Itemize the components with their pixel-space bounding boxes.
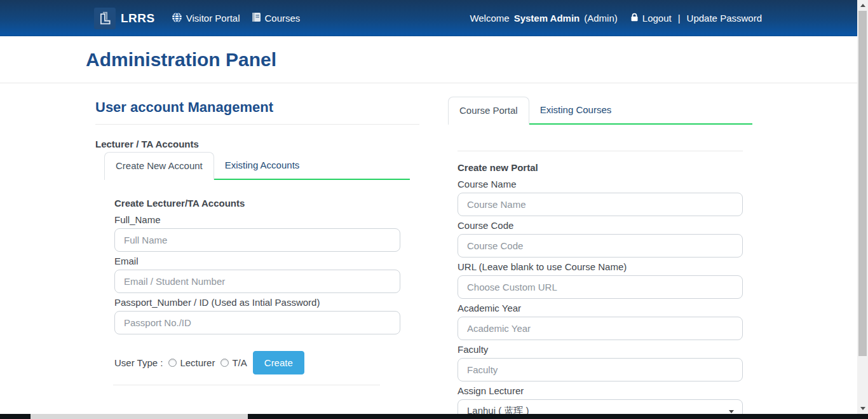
email-label: Email [114,256,400,266]
full-name-input[interactable] [114,228,400,252]
tab-course-portal[interactable]: Course Portal [448,97,529,125]
user-role: (Admin) [584,13,618,24]
course-code-label: Course Code [458,220,743,231]
tab-create-new-account[interactable]: Create New Account [104,152,214,180]
course-name-input[interactable] [458,193,743,216]
academic-year-label: Academic Year [458,303,743,313]
radio-ta[interactable] [220,359,229,367]
lecturer-ta-accounts-heading: Lecturer / TA Accounts [95,139,419,149]
create-account-form-heading: Create Lecturer/TA Accounts [114,198,400,209]
course-portal-section: Course Portal Existing Courses Create ne… [448,83,753,419]
passport-field-group: Passport_Number / ID (Used as Intial Pas… [114,297,400,334]
tab-existing-courses[interactable]: Existing Courses [529,97,623,125]
logout-link[interactable]: Logout [630,13,672,24]
faculty-label: Faculty [458,344,743,355]
passport-input[interactable] [114,311,400,334]
logout-label: Logout [642,13,672,24]
left-title-divider [95,124,419,125]
faculty-field-group: Faculty [458,344,743,381]
bottom-edge-bar [0,414,868,419]
page-title: Administration Panel [86,48,857,71]
passport-label: Passport_Number / ID (Used as Intial Pas… [114,297,400,308]
nav-courses-label: Courses [265,13,301,24]
nav-separator: | [678,13,681,24]
chevron-down-icon [729,410,734,413]
user-type-row: User Type : Lecturer T/A Create [114,351,400,374]
faculty-input[interactable] [458,358,743,381]
course-tabs: Course Portal Existing Courses [448,97,752,125]
user-account-management-section: User account Management Lecturer / TA Ac… [95,83,419,385]
custom-url-field-group: URL (Leave blank to use Course Name) [458,261,743,299]
email-field-group: Email [114,256,400,293]
nav-visitor-portal[interactable]: Visitor Portal [172,12,240,25]
left-bottom-divider [113,385,380,385]
navbar-right-group: Welcome System Admin (Admin) Logout | Up… [470,13,762,24]
nav-visitor-portal-label: Visitor Portal [186,13,240,24]
scrollbar-up-arrow-icon[interactable] [857,0,868,11]
welcome-text: Welcome System Admin (Admin) [470,13,617,24]
browser-viewport: LRRS Visitor Portal [0,0,868,419]
update-password-link[interactable]: Update Password [687,13,762,24]
scrollbar-thumb[interactable] [858,11,867,356]
full-name-field-group: Full_Name [114,214,400,252]
assign-lecturer-label: Assign Lecturer [458,385,743,396]
nav-courses[interactable]: Courses [252,12,301,24]
bottom-edge-bar-segment [31,414,248,419]
academic-year-input[interactable] [458,317,743,340]
left-section-title: User account Management [95,99,419,116]
create-account-button[interactable]: Create [253,351,304,374]
welcome-prefix: Welcome [470,13,509,24]
page-header: Administration Panel [0,36,857,83]
full-name-label: Full_Name [114,214,400,225]
book-icon [252,12,261,24]
right-top-divider [458,151,743,151]
vertical-scrollbar[interactable] [857,0,868,419]
navbar-left-group: LRRS Visitor Portal [94,8,311,29]
brand-link[interactable]: LRRS [94,8,155,29]
radio-lecturer[interactable] [168,359,177,367]
user-type-label: User Type : [114,357,163,368]
create-portal-form: Create new Portal Course Name Course Cod… [458,162,743,419]
globe-icon [172,12,182,25]
course-code-input[interactable] [458,234,743,258]
brand-label: LRRS [121,11,155,25]
course-name-field-group: Course Name [458,179,743,216]
custom-url-input[interactable] [458,275,743,299]
radio-ta-label: T/A [232,357,247,368]
radio-lecturer-label: Lecturer [180,357,215,368]
account-tabs: Create New Account Existing Accounts [104,152,410,180]
create-account-form: Create Lecturer/TA Accounts Full_Name Em… [114,198,400,374]
user-name: System Admin [514,13,580,24]
update-password-label: Update Password [687,13,762,24]
lock-icon [630,13,639,24]
top-navbar: LRRS Visitor Portal [0,0,857,36]
tab-existing-accounts[interactable]: Existing Accounts [214,152,311,180]
custom-url-label: URL (Leave blank to use Course Name) [458,261,743,272]
create-portal-heading: Create new Portal [458,162,743,173]
scrollbar-down-arrow-icon[interactable] [857,403,868,414]
course-name-label: Course Name [458,179,743,189]
course-code-field-group: Course Code [458,220,743,258]
lrrs-logo-icon [94,8,116,29]
academic-year-field-group: Academic Year [458,303,743,340]
email-input[interactable] [114,270,400,293]
